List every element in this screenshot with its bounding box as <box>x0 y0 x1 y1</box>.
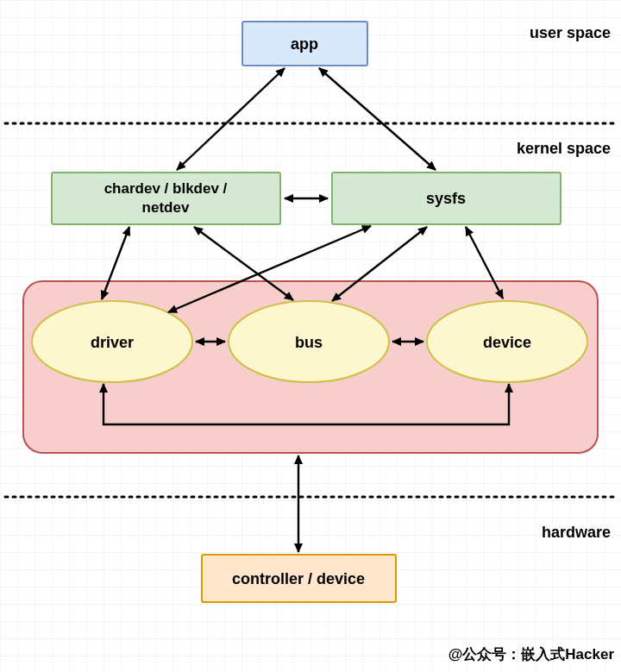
node-controller-label: controller / device <box>232 570 365 587</box>
node-device-label: device <box>483 334 531 351</box>
node-app: app <box>242 22 367 66</box>
node-chardev-label-1: chardev / blkdev / <box>104 180 228 197</box>
label-hardware: hardware <box>542 524 611 541</box>
node-controller: controller / device <box>202 555 396 602</box>
node-sysfs-label: sysfs <box>426 190 466 207</box>
credit-text: @公众号：嵌入式Hacker <box>448 646 615 663</box>
node-driver-label: driver <box>91 334 134 351</box>
node-app-label: app <box>291 35 318 53</box>
node-driver: driver <box>32 301 192 382</box>
label-kernel-space: kernel space <box>517 140 611 157</box>
node-device: device <box>427 301 587 382</box>
diagram-canvas: user space kernel space hardware app cha… <box>0 0 621 672</box>
group-device-model: driver bus device <box>23 281 598 453</box>
node-chardev: chardev / blkdev / netdev <box>52 173 280 224</box>
node-bus: bus <box>229 301 389 382</box>
label-user-space: user space <box>530 24 611 41</box>
node-sysfs: sysfs <box>332 173 561 224</box>
node-bus-label: bus <box>295 334 323 351</box>
node-chardev-label-2: netdev <box>142 199 190 216</box>
